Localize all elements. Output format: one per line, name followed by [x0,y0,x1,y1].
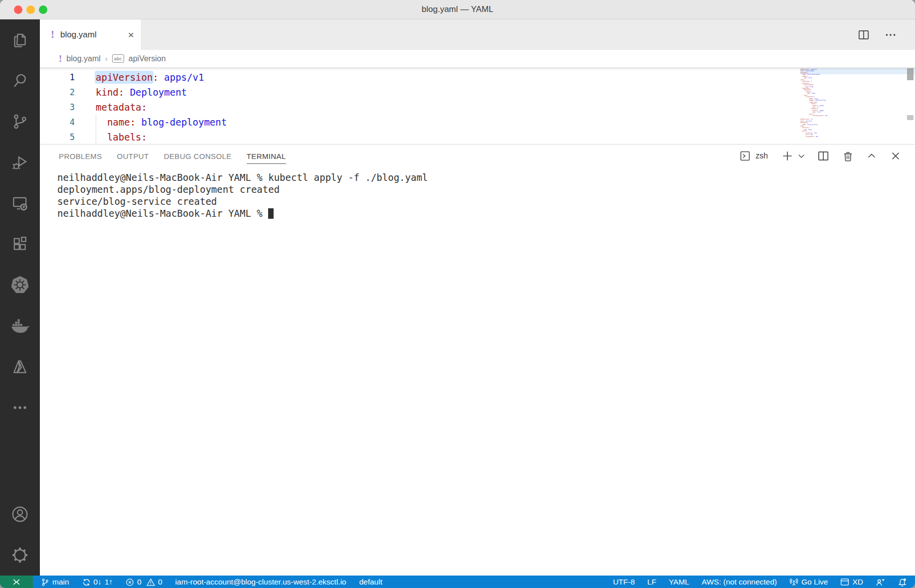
zoom-window-button[interactable] [39,5,47,14]
terminal-cursor [268,208,274,219]
maximize-panel-button[interactable] [866,150,877,161]
minimap[interactable]: apiVersion: apps/v1kind: Deploymentmetad… [800,67,915,144]
settings-button[interactable] [0,535,40,576]
code-line-2[interactable]: 2 kind: Deployment [40,85,915,100]
terminal-line: deployment.apps/blog-deployment created [57,183,915,195]
kill-terminal-button[interactable] [842,150,854,162]
broadcast-icon [789,578,798,587]
line-number: 3 [40,100,75,115]
status-bar: main 0↓ 1↑ 0 0 iam-root-accou [0,576,915,588]
window-title: blog.yaml — YAML [422,4,493,14]
editor-tab-bar: ! blog.yaml × [40,19,915,50]
panel-tab-terminal[interactable]: TERMINAL [247,148,286,164]
breadcrumb: ! blog.yaml › abc apiVersion [40,50,915,67]
azure-icon [11,358,29,376]
scrollbar-thumb[interactable] [907,68,914,80]
xd-status[interactable]: XD [840,578,863,587]
sidebar-item-docker[interactable] [0,305,40,346]
panel-header: PROBLEMS OUTPUT DEBUG CONSOLE TERMINAL z… [40,145,915,167]
vscode-window: blog.yaml — YAML [0,0,915,588]
bottom-panel: PROBLEMS OUTPUT DEBUG CONSOLE TERMINAL z… [40,144,915,576]
run-debug-icon [11,153,29,171]
code-line-4[interactable]: 4 name: blog-deployment [40,115,915,130]
terminal-shell-selector[interactable]: zsh [739,150,768,162]
breadcrumb-file[interactable]: blog.yaml [66,54,100,63]
terminal-dropdown-button[interactable] [797,151,806,160]
search-icon [11,72,29,90]
indent-guide [96,115,96,144]
code-editor[interactable]: 1 apiVersion: apps/v1 2 kind: Deployment… [40,67,915,144]
bell-icon [898,578,907,587]
warning-icon [147,578,155,587]
kube-context-status[interactable]: iam-root-account@blog-cluster.us-west-2.… [175,578,346,587]
line-number: 2 [40,85,75,100]
sidebar-item-azure[interactable] [0,346,40,387]
title-bar: blog.yaml — YAML [0,0,915,19]
git-branch-icon [41,578,49,587]
accounts-button[interactable] [0,494,40,535]
problems-status[interactable]: 0 0 [126,578,162,587]
terminal-line: neilhaddley@Neils-MacBook-Air YAML % kub… [57,171,915,183]
remote-icon [11,577,21,587]
split-editor-button[interactable] [857,28,870,41]
branch-status[interactable]: main [41,578,69,587]
split-terminal-button[interactable] [817,149,830,162]
aws-status[interactable]: AWS: (not connected) [702,578,777,587]
sidebar-item-extensions[interactable] [0,224,40,265]
sync-status[interactable]: 0↓ 1↑ [82,578,113,587]
tab-blog-yaml[interactable]: ! blog.yaml × [40,19,142,50]
yaml-file-icon: ! [59,53,62,64]
shell-label: zsh [756,151,768,160]
account-icon [10,505,29,524]
remote-indicator[interactable] [0,576,33,588]
eol-status[interactable]: LF [647,578,656,587]
xd-window-icon [840,578,849,587]
notifications-button[interactable] [898,578,907,587]
error-icon [126,578,134,587]
terminal-icon [739,150,751,162]
terminal-line: neilhaddley@Neils-MacBook-Air YAML % [57,207,915,219]
sync-icon [82,578,91,587]
feedback-person-icon [876,578,885,587]
sidebar-item-more-views[interactable] [0,387,40,428]
go-live-button[interactable]: Go Live [789,578,828,587]
close-panel-button[interactable] [890,150,901,161]
panel-tab-problems[interactable]: PROBLEMS [59,148,102,164]
sidebar-item-explorer[interactable] [0,19,40,60]
close-window-button[interactable] [14,5,22,14]
code-line-5[interactable]: 5 labels: [40,130,915,144]
remote-explorer-icon [11,194,29,212]
kube-namespace-status[interactable]: default [359,578,383,587]
sidebar-item-search[interactable] [0,60,40,101]
sidebar-item-run-debug[interactable] [0,142,40,183]
panel-tab-output[interactable]: OUTPUT [117,148,149,164]
symbol-string-icon: abc [112,54,124,63]
new-terminal-button[interactable] [781,149,794,162]
docker-icon [10,316,30,336]
feedback-button[interactable] [876,578,885,587]
minimize-window-button[interactable] [26,5,35,14]
chevron-right-icon: › [105,54,108,63]
panel-tab-debug-console[interactable]: DEBUG CONSOLE [164,148,232,164]
editor-scrollbar[interactable] [905,67,915,144]
terminal-output[interactable]: neilhaddley@Neils-MacBook-Air YAML % kub… [40,167,915,576]
activity-bar [0,19,40,576]
tab-label: blog.yaml [60,30,97,40]
language-mode-status[interactable]: YAML [669,578,689,587]
line-number: 5 [40,130,75,144]
code-line-3[interactable]: 3 metadata: [40,100,915,115]
sidebar-item-source-control[interactable] [0,101,40,142]
sidebar-item-remote-explorer[interactable] [0,183,40,224]
kubernetes-icon [10,275,30,295]
ellipsis-icon [11,399,28,416]
tab-close-button[interactable]: × [128,29,134,40]
encoding-status[interactable]: UTF-8 [613,578,635,587]
sidebar-item-kubernetes[interactable] [0,265,40,305]
line-number: 1 [40,70,75,85]
more-actions-button[interactable] [884,28,897,41]
source-control-icon [11,113,29,131]
code-line-1[interactable]: 1 apiVersion: apps/v1 [40,70,915,85]
gear-icon [10,546,29,565]
extensions-icon [11,235,29,253]
breadcrumb-symbol[interactable]: apiVersion [129,54,166,63]
